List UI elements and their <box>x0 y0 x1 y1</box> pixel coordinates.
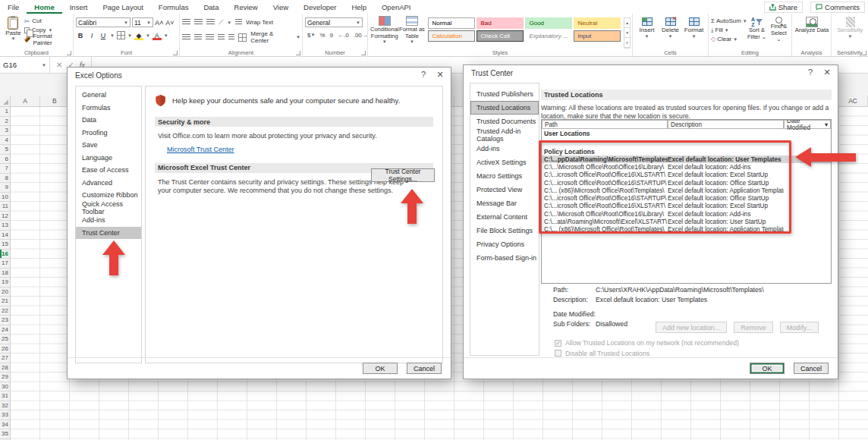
align-top-icon[interactable] <box>182 19 190 26</box>
merge-center-button[interactable]: Merge & Center <box>250 30 292 44</box>
name-box[interactable]: G16 ▼ <box>0 57 50 73</box>
align-left-icon[interactable] <box>182 34 190 41</box>
options-nav-item[interactable]: Formulas <box>76 102 141 115</box>
row-header[interactable]: 34 <box>0 420 10 430</box>
checkbox-row[interactable]: Disable all Trusted Locations <box>555 350 649 357</box>
checkbox-icon[interactable] <box>555 340 561 347</box>
ribbon-tab[interactable]: Help <box>344 0 374 14</box>
analyze-data-button[interactable]: Analyze Data <box>794 15 829 34</box>
row-header[interactable]: 13 <box>0 221 10 231</box>
options-nav-item[interactable]: Data <box>76 114 141 127</box>
italic-button[interactable]: I <box>87 30 96 40</box>
microsoft-trust-center-link[interactable]: Microsoft Trust Center <box>167 146 234 153</box>
cell-style-chip[interactable]: Check Cell <box>476 30 524 42</box>
sensitivity-button[interactable]: Sensitivity ▼ <box>834 15 866 39</box>
gallery-down-icon[interactable]: ▼ <box>624 28 630 38</box>
column-header[interactable]: AC <box>838 96 868 106</box>
close-icon[interactable]: ✕ <box>821 68 833 77</box>
checkbox-row[interactable]: Allow Trusted Locations on my network (n… <box>555 339 739 347</box>
trust-center-nav-item[interactable]: File Block Settings <box>470 224 539 237</box>
row-header[interactable]: 24 <box>0 325 10 335</box>
font-color-button[interactable]: A <box>153 30 162 40</box>
underline-button[interactable]: U <box>99 30 108 40</box>
row-header[interactable]: 32 <box>0 401 10 411</box>
comma-style-button[interactable]: 9 <box>328 30 335 39</box>
ribbon-tab[interactable]: Developer <box>296 0 344 14</box>
format-cells-button[interactable]: Format ▼ <box>682 15 706 49</box>
cut-button[interactable]: ✂Cut <box>24 17 71 25</box>
accounting-format-button[interactable]: $▼ <box>305 30 317 39</box>
cell-style-chip[interactable]: Explanatory ... <box>525 30 572 42</box>
increase-indent-icon[interactable] <box>228 34 235 41</box>
row-header[interactable]: 26 <box>0 344 10 354</box>
row-header[interactable]: 8 <box>0 174 10 184</box>
trust-center-nav-item[interactable]: External Content <box>470 210 539 224</box>
align-bottom-icon[interactable] <box>206 19 215 26</box>
column-header[interactable]: A <box>11 96 40 106</box>
fill-color-button[interactable]: ◆ <box>134 30 143 40</box>
location-action-button[interactable]: Modify... <box>780 322 819 333</box>
chevron-down-icon[interactable]: ▼ <box>296 35 300 39</box>
row-header[interactable]: 18 <box>0 269 10 278</box>
row-header[interactable]: 23 <box>0 316 10 325</box>
format-as-table-button[interactable]: Format as Table ▼ <box>399 15 426 49</box>
row-header[interactable]: 12 <box>0 212 10 222</box>
row-header[interactable]: 31 <box>0 391 10 401</box>
ribbon-tab[interactable]: Insert <box>62 0 96 14</box>
font-dialog-launcher-icon[interactable] <box>173 51 178 55</box>
trust-center-nav-item[interactable]: Trusted Documents <box>470 115 539 128</box>
row-header[interactable]: 35 <box>0 429 10 439</box>
row-header[interactable]: 14 <box>0 231 10 240</box>
clipboard-dialog-launcher-icon[interactable] <box>67 51 71 55</box>
row-header[interactable]: 19 <box>0 278 10 288</box>
chevron-down-icon[interactable]: ▼ <box>227 20 231 25</box>
conditional-formatting-button[interactable]: Conditional Formatting ▼ <box>370 15 399 49</box>
trust-center-nav-item[interactable]: Trusted Publishers <box>470 87 539 101</box>
align-middle-icon[interactable] <box>194 19 203 26</box>
trust-center-nav-item[interactable]: ActiveX Settings <box>470 156 539 169</box>
row-header[interactable]: 10 <box>0 193 10 203</box>
options-nav-item[interactable]: Advanced <box>76 177 141 190</box>
ribbon-tab[interactable]: Data <box>196 0 226 14</box>
options-nav-item[interactable]: Trust Center <box>76 227 141 240</box>
paste-button[interactable]: Paste ▼ <box>2 15 24 41</box>
number-format-combo[interactable]: General▼ <box>305 17 363 27</box>
options-nav-item[interactable]: Add-ins <box>76 214 141 227</box>
comments-button[interactable]: Comments <box>810 2 865 13</box>
help-icon[interactable]: ? <box>804 68 816 77</box>
row-header[interactable]: 15 <box>0 240 10 250</box>
wrap-text-button[interactable]: Wrap Text <box>246 19 273 26</box>
column-header-date-modified[interactable]: Date Modified▾ <box>784 120 831 129</box>
row-header[interactable]: 1 <box>0 107 10 117</box>
row-header[interactable]: 22 <box>0 306 10 316</box>
ok-button[interactable]: OK <box>750 363 785 374</box>
trust-center-nav-item[interactable]: Message Bar <box>470 196 539 210</box>
row-header[interactable]: 4 <box>0 136 10 146</box>
increase-decimal-button[interactable]: ←.0 <box>335 30 351 39</box>
ok-button[interactable]: OK <box>363 363 398 374</box>
select-all-corner[interactable] <box>0 96 11 106</box>
row-header[interactable]: 6 <box>0 155 10 165</box>
find-select-button[interactable]: Find & Select ⌄ <box>768 15 790 49</box>
insert-cells-button[interactable]: Insert ▼ <box>635 15 659 49</box>
ribbon-tab[interactable]: OpenAPI <box>374 0 419 14</box>
chevron-down-icon[interactable]: ▼ <box>110 33 115 38</box>
sort-filter-button[interactable]: AZ Sort & Filter ⌄ <box>746 15 768 49</box>
ribbon-tab[interactable]: Formulas <box>151 0 197 14</box>
row-header[interactable]: 28 <box>0 363 10 373</box>
row-header[interactable]: 5 <box>0 145 10 155</box>
cell-style-chip[interactable]: Input <box>574 30 621 42</box>
share-button[interactable]: Share <box>764 2 803 13</box>
row-header[interactable]: 2 <box>0 117 10 127</box>
options-nav-item[interactable]: General <box>76 89 141 102</box>
options-nav-item[interactable]: Save <box>76 139 141 152</box>
borders-icon[interactable] <box>117 31 125 39</box>
row-header[interactable]: 9 <box>0 183 10 193</box>
cancel-button[interactable]: Cancel <box>794 363 829 374</box>
gallery-up-icon[interactable]: ▲ <box>624 18 630 28</box>
location-action-button[interactable]: Remove <box>734 322 773 333</box>
row-header[interactable]: 7 <box>0 164 10 174</box>
gallery-more-icon[interactable]: ≡ <box>624 38 630 48</box>
row-header[interactable]: 11 <box>0 202 10 212</box>
row-header[interactable]: 17 <box>0 259 10 269</box>
